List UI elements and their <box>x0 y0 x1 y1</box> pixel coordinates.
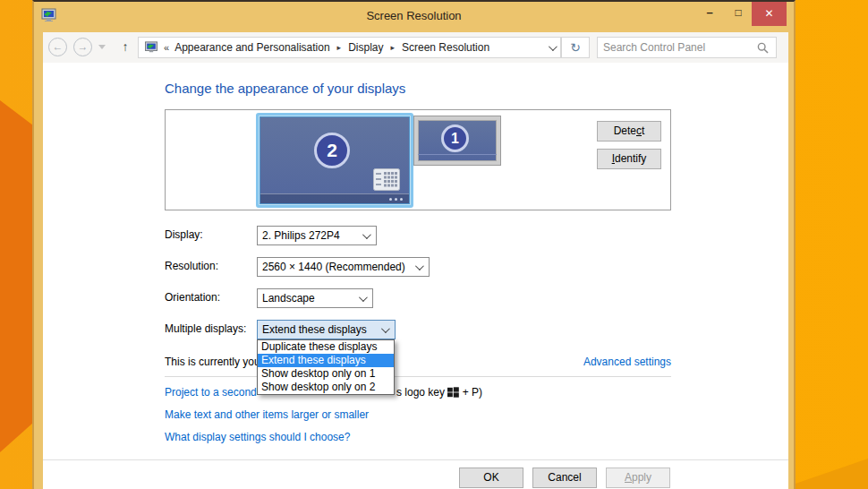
chevron-down-icon <box>381 324 390 333</box>
dropdown-option-show-only-1[interactable]: Show desktop only on 1 <box>258 367 394 381</box>
cancel-button[interactable]: Cancel <box>532 468 597 488</box>
minimize-button[interactable]: – <box>698 2 721 25</box>
back-button[interactable]: ← <box>48 38 67 56</box>
display-arrangement-panel[interactable]: 2 <box>165 109 671 210</box>
breadcrumb-item-display[interactable]: Display <box>348 41 383 54</box>
monitor-1-preview[interactable]: 1 <box>414 116 500 165</box>
desktop-shade-shape <box>796 448 868 489</box>
monitor-2-number-badge: 2 <box>314 133 350 168</box>
chevron-down-icon <box>415 262 424 270</box>
start-screen-tiles-icon <box>373 168 400 191</box>
advanced-settings-link[interactable]: Advanced settings <box>583 356 671 368</box>
breadcrumb-separator-icon[interactable]: ▸ <box>336 43 344 52</box>
screen-resolution-window: Screen Resolution – □ ✕ ← → ↑ « <box>32 0 796 489</box>
resolution-label: Resolution: <box>165 260 218 272</box>
display-settings-help-link[interactable]: What display settings should I choose? <box>165 431 350 443</box>
dropdown-option-duplicate[interactable]: Duplicate these displays <box>258 340 394 354</box>
recent-pages-chevron-icon[interactable] <box>98 45 106 49</box>
multiple-displays-select[interactable]: Extend these displays <box>257 320 396 339</box>
close-button[interactable]: ✕ <box>752 2 787 26</box>
resolution-select[interactable]: 2560 × 1440 (Recommended) <box>257 257 430 277</box>
breadcrumb-separator-icon[interactable]: ▸ <box>388 43 396 52</box>
dropdown-option-show-only-2[interactable]: Show desktop only on 2 <box>258 381 394 394</box>
breadcrumb-collapse-icon[interactable]: « <box>164 42 169 53</box>
desktop-accent-shape <box>0 0 33 489</box>
up-button[interactable]: ↑ <box>116 39 134 56</box>
search-box[interactable] <box>597 37 777 58</box>
display-select[interactable]: 2. Philips 272P4 <box>257 226 377 245</box>
apply-button[interactable]: Apply <box>606 468 670 488</box>
orientation-label: Orientation: <box>165 291 220 304</box>
display-label: Display: <box>165 228 203 241</box>
titlebar[interactable]: Screen Resolution – □ ✕ <box>34 2 794 32</box>
orientation-select[interactable]: Landscape <box>257 288 373 308</box>
navigation-bar: ← → ↑ « Appearance and Personalisation ▸… <box>43 32 788 63</box>
address-bar[interactable]: « Appearance and Personalisation ▸ Displ… <box>138 37 561 58</box>
chevron-down-icon <box>362 230 371 239</box>
maximize-button[interactable]: □ <box>727 2 750 25</box>
desktop: Screen Resolution – □ ✕ ← → ↑ « <box>0 0 868 489</box>
display-settings-icon <box>144 41 158 54</box>
windows-logo-icon <box>447 387 459 398</box>
multiple-displays-label: Multiple displays: <box>165 322 246 335</box>
chevron-down-icon <box>359 293 368 302</box>
make-text-larger-link[interactable]: Make text and other items larger or smal… <box>165 408 369 421</box>
search-input[interactable] <box>603 39 751 56</box>
monitor-dots-icon <box>389 198 403 201</box>
monitor-1-bezel-line <box>418 154 497 155</box>
dropdown-option-extend[interactable]: Extend these displays <box>258 354 394 367</box>
monitor-2-screen: 2 <box>260 116 410 204</box>
search-icon <box>757 42 769 54</box>
multiple-displays-dropdown-list: Duplicate these displays Extend these di… <box>257 339 395 395</box>
monitor-2-bezel <box>260 193 409 203</box>
forward-button[interactable]: → <box>73 38 92 56</box>
breadcrumb-item-screen-resolution[interactable]: Screen Resolution <box>402 41 489 54</box>
project-shortcut-text: s logo key + P) <box>396 386 482 399</box>
window-client-area: ← → ↑ « Appearance and Personalisation ▸… <box>43 32 788 489</box>
window-title: Screen Resolution <box>34 9 794 22</box>
monitor-1-number-badge: 1 <box>441 124 469 152</box>
monitor-2-preview[interactable]: 2 <box>256 113 413 208</box>
address-dropdown-chevron-icon[interactable] <box>549 42 557 51</box>
identify-button[interactable]: Identify <box>597 149 661 169</box>
footer-divider <box>43 459 788 460</box>
refresh-button[interactable]: ↻ <box>561 37 590 58</box>
breadcrumb-item-appearance[interactable]: Appearance and Personalisation <box>174 41 329 54</box>
ok-button[interactable]: OK <box>459 468 523 488</box>
detect-button[interactable]: Detect <box>597 121 661 142</box>
project-second-screen-link[interactable]: Project to a second <box>165 386 257 399</box>
section-divider <box>165 376 671 377</box>
current-display-text: This is currently you <box>165 356 260 368</box>
page-title: Change the appearance of your displays <box>165 81 405 96</box>
